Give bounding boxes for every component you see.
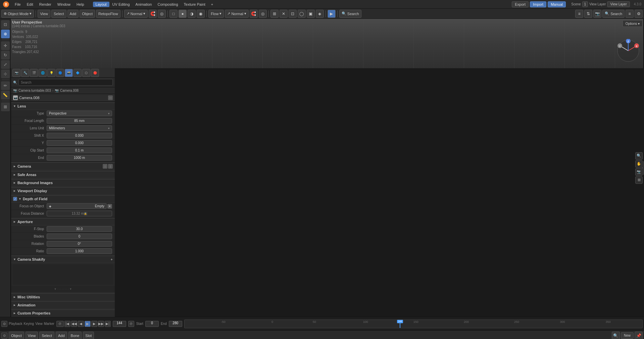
prop-type-value[interactable]: Perspective ▾	[47, 111, 112, 116]
custom-props-section-header[interactable]: ► Custom Properties	[11, 309, 115, 317]
dof-section-header[interactable]: ✓ ▼ Depth of Field	[11, 195, 115, 203]
tl-jump-end[interactable]: ▶|	[105, 321, 111, 327]
timeline-cursor[interactable]: 144	[400, 320, 400, 328]
manual-button[interactable]: Manual	[548, 1, 566, 7]
tl-keying-menu[interactable]: Keying	[24, 322, 34, 326]
animation-section-header[interactable]: ► Animation	[11, 301, 115, 309]
tl-playback-menu[interactable]: Playback	[9, 322, 22, 326]
safe-areas-section-header[interactable]: ► Safe Areas	[11, 171, 115, 178]
toolbar-icon-5[interactable]: ▣	[307, 10, 315, 18]
toolbar-proportional-icon[interactable]: ◎	[259, 10, 267, 18]
tl-prev-key[interactable]: ◀◀	[71, 321, 77, 327]
vp-zoom-in[interactable]: 🔍	[635, 152, 643, 160]
focus-distance-lock[interactable]: 🔒	[84, 212, 87, 215]
viewport-collapse-handle[interactable]: ‹	[641, 161, 644, 175]
toolbar-icon-1[interactable]: ⊞	[270, 10, 279, 18]
tool-scale[interactable]: ⤢	[1, 60, 10, 69]
tl-next-frame[interactable]: ▶	[91, 321, 97, 327]
tool-annotate[interactable]: ✏	[1, 81, 10, 90]
prop-lens-unit-value[interactable]: Millimeters ▾	[47, 125, 112, 131]
bottom-slot-btn[interactable]: Slot	[83, 332, 94, 339]
tool-transform[interactable]: ⊹	[1, 70, 10, 78]
search-right-btn[interactable]: 🔍 Search	[602, 10, 625, 18]
viewport-3d[interactable]: User Perspective (144) extras | Camera t…	[11, 19, 644, 68]
camera-section-header[interactable]: ► Camera ⋮ ⋮	[11, 162, 115, 170]
shakify-section-header[interactable]: ▼ Camera Shakify +	[11, 256, 115, 263]
camera-section-icon-2[interactable]: ⋮	[108, 164, 113, 169]
menu-help[interactable]: Help	[74, 2, 87, 7]
toolbar-icon-3[interactable]: ⊡	[289, 10, 297, 18]
tool-move[interactable]: ✛	[1, 41, 10, 50]
bottom-select-btn[interactable]: Select	[39, 332, 54, 339]
filter-right-icon[interactable]: ≡	[626, 10, 634, 18]
bottom-pin-icon[interactable]: 📌	[635, 332, 643, 339]
viewport-options-btn[interactable]: Options ▾	[623, 20, 643, 27]
play-btn[interactable]: ▶	[328, 10, 336, 18]
camera-icon[interactable]: 📷	[593, 10, 601, 18]
scene-counter[interactable]: 1	[582, 1, 588, 7]
object-name[interactable]: Camera.008	[19, 96, 107, 100]
bottom-add-btn[interactable]: Add	[56, 332, 67, 339]
tl-view-menu[interactable]: View	[35, 322, 43, 326]
breadcrumb-2[interactable]: Camera.008	[60, 89, 79, 92]
orientation-selector[interactable]: ↗ Normal ▾	[124, 10, 148, 18]
breadcrumb-1[interactable]: Camera turntable.003	[18, 89, 51, 92]
rp-icon-4[interactable]: 🌐	[39, 69, 47, 77]
render-preview-btn[interactable]: ◉	[197, 10, 205, 18]
rp-icon-1[interactable]: 📷	[12, 69, 20, 77]
tl-prev-frame[interactable]: ◀	[78, 321, 84, 327]
prop-fstop-value[interactable]: 30.0	[47, 226, 112, 232]
rp-icon-3[interactable]: 🎬	[30, 69, 38, 77]
prop-focal-length-value[interactable]: 85 mm	[47, 118, 112, 124]
wireframe-btn[interactable]: □	[169, 10, 178, 18]
rp-icon-6[interactable]: 🔵	[56, 69, 64, 77]
prop-ratio-value[interactable]: 1.000	[47, 248, 112, 254]
toolbar-snap-icon[interactable]: 🧲	[250, 10, 258, 18]
prop-shift-y-value[interactable]: 0.000	[47, 140, 112, 146]
menu-edit[interactable]: Edit	[24, 2, 36, 7]
bottom-view-btn[interactable]: View	[26, 332, 38, 339]
tl-jump-start[interactable]: |◀	[64, 321, 70, 327]
rp-icon-camera-active[interactable]: 📸	[65, 69, 73, 77]
solid-btn[interactable]: ●	[179, 10, 187, 18]
tl-timer-icon[interactable]: ⏱	[128, 321, 134, 327]
normal-right[interactable]: ↗ Normal ▾	[225, 10, 248, 18]
timeline-bar[interactable]: -50 0 50 100 150 200 250 300 350 144	[184, 320, 643, 328]
toolbar-icon-6[interactable]: ◈	[316, 10, 324, 18]
rp-icon-7[interactable]: 🔷	[73, 69, 82, 77]
sort-icon[interactable]: ⇅	[584, 10, 592, 18]
end-frame-input[interactable]: 280	[169, 321, 182, 327]
tool-cursor[interactable]: ⊕	[1, 30, 10, 38]
tl-fps-btn[interactable]: ⏱	[56, 321, 64, 327]
prop-focus-distance-value[interactable]: 13.32 m 🔒	[47, 211, 112, 216]
mode-selector[interactable]: ⊕ Object Mode ▾	[1, 10, 34, 18]
tl-next-key[interactable]: ▶▶	[98, 321, 104, 327]
current-frame-input[interactable]: 144	[113, 321, 126, 327]
select-menu[interactable]: Select	[51, 10, 66, 18]
flow-selector[interactable]: Flow ▾	[208, 10, 224, 18]
viewport-display-section-header[interactable]: ► Viewport Display	[11, 187, 115, 195]
misc-utilities-section-header[interactable]: ► Misc Utilities	[11, 293, 115, 301]
menu-file[interactable]: File	[12, 2, 23, 7]
workspace-animation[interactable]: Animation	[133, 2, 155, 7]
bottom-search-icon[interactable]: 🔍	[612, 332, 620, 339]
proportional-edit[interactable]: ◎	[158, 10, 166, 18]
rp-icon-8[interactable]: ⬡	[82, 69, 90, 77]
start-frame-input[interactable]: 0	[145, 321, 159, 327]
prop-focus-object-value[interactable]: ◈ Empty	[47, 203, 107, 209]
bottom-bone-btn[interactable]: Bone	[68, 332, 82, 339]
nav-gizmo[interactable]: X Y Z	[616, 39, 640, 62]
tl-play-btn[interactable]: ▶	[85, 321, 91, 327]
focus-object-clear-btn[interactable]: ✕	[107, 204, 112, 209]
object-menu[interactable]: Object	[80, 10, 95, 18]
rp-icon-2[interactable]: 🔧	[21, 69, 29, 77]
camera-section-icon-1[interactable]: ⋮	[103, 164, 107, 169]
prop-rotation-value[interactable]: 0°	[47, 241, 112, 247]
vp-grid-toggle[interactable]: ⊞	[635, 176, 643, 184]
export-button[interactable]: Export	[512, 1, 529, 7]
add-menu[interactable]: Add	[67, 10, 79, 18]
prop-shift-x-value[interactable]: 0.000	[47, 133, 112, 138]
view-layer-btn[interactable]: View Layer	[607, 1, 630, 7]
tl-marker-menu[interactable]: Marker	[44, 322, 54, 326]
retopoflow-menu[interactable]: RetopoFlow	[96, 10, 120, 18]
